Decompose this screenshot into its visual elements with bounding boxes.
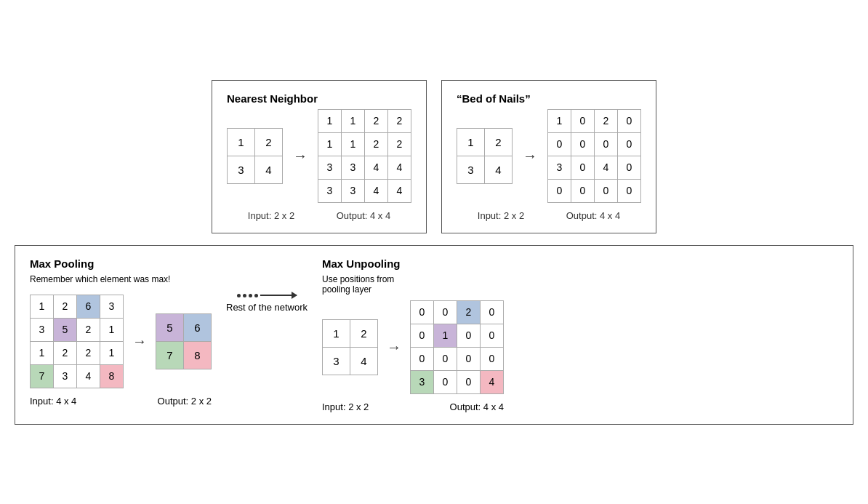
mp-output-grid: 5 6 7 8	[156, 313, 212, 369]
nn-arrow: →	[293, 148, 308, 164]
bed-of-nails-panel: “Bed of Nails” 12 34 → 1020 0000	[441, 80, 656, 233]
mp-input-label: Input: 4 x 4	[30, 396, 76, 407]
rest-of-network-label: Rest of the network	[226, 302, 308, 313]
mp-input-grid: 1 2 6 3 3 5 2 1 1 2 2 1	[30, 295, 124, 388]
mp-title: Max Pooling	[30, 257, 212, 270]
bottom-panel: Max Pooling Remember which element was m…	[15, 245, 853, 425]
mp-subtitle: Remember which element was max!	[30, 274, 212, 284]
mup-title: Max Unpooling	[322, 257, 504, 270]
bon-input-label: Input: 2 x 2	[478, 210, 524, 221]
dot4	[254, 294, 258, 297]
mp-output-label: Output: 2 x 2	[158, 396, 212, 407]
max-pooling-section: Max Pooling Remember which element was m…	[30, 257, 212, 407]
mup-input-label: Input: 2 x 2	[322, 401, 369, 412]
mup-input-grid: 12 34	[322, 319, 378, 375]
bon-title: “Bed of Nails”	[457, 92, 641, 105]
max-unpooling-section: Max Unpooling Use positions from pooling…	[322, 257, 504, 412]
mup-arrow: →	[387, 339, 401, 356]
mup-output-label: Output: 4 x 4	[450, 401, 504, 412]
dot3	[249, 294, 252, 297]
bon-output-label: Output: 4 x 4	[566, 210, 620, 221]
bon-input-grid: 12 34	[457, 128, 513, 184]
dot1	[237, 294, 241, 297]
arrowhead	[292, 292, 297, 299]
mp-arrow: →	[132, 333, 147, 350]
mup-output-grid: 0 0 2 0 0 1 0 0	[410, 300, 504, 394]
dots-arrow-row	[237, 294, 297, 297]
nn-title: Nearest Neighbor	[227, 92, 411, 105]
nn-output-label: Output: 4 x 4	[337, 210, 390, 221]
network-arrow-section: Rest of the network	[226, 294, 308, 313]
nn-output-grid: 1122 1122 3344 3344	[318, 109, 411, 203]
nearest-neighbor-panel: Nearest Neighbor 12 34 → 1122 1122	[212, 80, 427, 233]
mup-subtitle2: pooling layer	[322, 284, 504, 295]
dot2	[243, 294, 246, 297]
arrow-line	[260, 295, 297, 296]
nn-input-grid: 12 34	[227, 128, 283, 184]
nn-input-label: Input: 2 x 2	[248, 210, 294, 221]
mup-subtitle1: Use positions from	[322, 274, 504, 284]
bon-arrow: →	[523, 148, 537, 164]
bon-output-grid: 1020 0000 3040 0000	[547, 109, 641, 203]
